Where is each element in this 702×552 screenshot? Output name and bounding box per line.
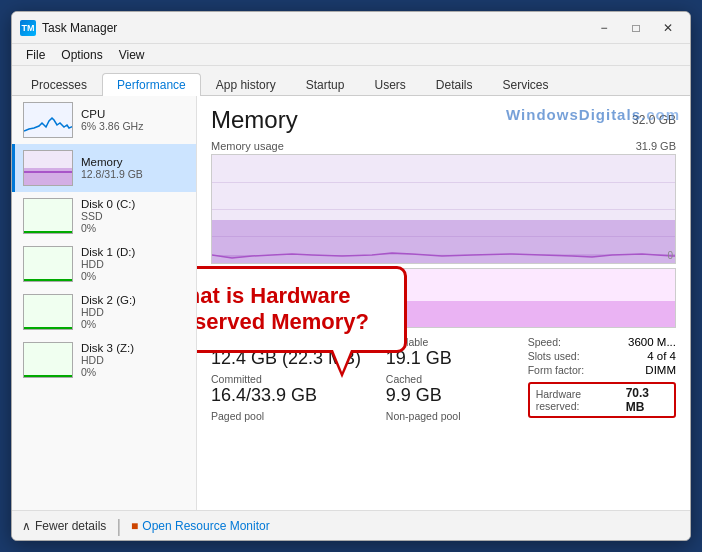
panel-title-row: Memory 32.0 GB <box>211 106 676 134</box>
cpu-thumbnail <box>23 102 73 138</box>
memory-usage-chart: 0 <box>211 154 676 264</box>
hardware-reserved-box: Hardware reserved: 70.3 MB <box>528 382 676 418</box>
sidebar-item-disk0[interactable]: Disk 0 (C:) SSD 0% <box>12 192 196 240</box>
callout-arrow-inner <box>333 350 351 372</box>
task-manager-window: TM Task Manager − □ ✕ File Options View … <box>11 11 691 541</box>
cpu-label: CPU 6% 3.86 GHz <box>81 108 143 132</box>
maximize-button[interactable]: □ <box>622 18 650 38</box>
app-icon: TM <box>20 20 36 36</box>
sidebar-item-cpu[interactable]: CPU 6% 3.86 GHz <box>12 96 196 144</box>
disk2-thumbnail <box>23 294 73 330</box>
sidebar-item-disk2[interactable]: Disk 2 (G:) HDD 0% <box>12 288 196 336</box>
sidebar: CPU 6% 3.86 GHz Memory 12.8/31.9 GB <box>12 96 197 510</box>
disk1-thumbnail <box>23 246 73 282</box>
available-value: 19.1 GB <box>386 348 518 369</box>
hw-reserved-label: Hardware reserved: <box>536 388 622 412</box>
slots-row: Slots used: 4 of 4 <box>528 350 676 362</box>
form-label: Form factor: <box>528 364 585 376</box>
tab-details[interactable]: Details <box>421 73 488 96</box>
main-content: CPU 6% 3.86 GHz Memory 12.8/31.9 GB <box>12 96 690 510</box>
sidebar-item-memory[interactable]: Memory 12.8/31.9 GB <box>12 144 196 192</box>
speed-value: 3600 M... <box>628 336 676 348</box>
open-resource-monitor-button[interactable]: ■ Open Resource Monitor <box>131 519 270 533</box>
chart-label-row: Memory usage 31.9 GB <box>211 140 676 152</box>
stats-center: Available 19.1 GB Cached 9.9 GB Non-page… <box>386 336 518 422</box>
chart-zero: 0 <box>667 250 673 261</box>
disk2-label: Disk 2 (G:) HDD 0% <box>81 294 136 330</box>
bottom-bar: ∧ Fewer details | ■ Open Resource Monito… <box>12 510 690 540</box>
callout-bubble: What is Hardware Reserved Memory? <box>197 266 407 353</box>
committed-stat: Committed 16.4/33.9 GB <box>211 373 376 406</box>
tabs-bar: Processes Performance App history Startu… <box>12 66 690 96</box>
tab-processes[interactable]: Processes <box>16 73 102 96</box>
cached-label: Cached <box>386 373 518 385</box>
panel-total: 32.0 GB <box>632 113 676 127</box>
tab-services[interactable]: Services <box>488 73 564 96</box>
disk3-label: Disk 3 (Z:) HDD 0% <box>81 342 134 378</box>
slots-value: 4 of 4 <box>647 350 676 362</box>
tab-performance[interactable]: Performance <box>102 73 201 96</box>
fewer-details-button[interactable]: ∧ Fewer details <box>22 519 106 533</box>
menu-bar: File Options View <box>12 44 690 66</box>
stats-right: Speed: 3600 M... Slots used: 4 of 4 Form… <box>528 336 676 422</box>
form-value: DIMM <box>645 364 676 376</box>
resource-monitor-label: Open Resource Monitor <box>142 519 269 533</box>
slots-label: Slots used: <box>528 350 580 362</box>
close-button[interactable]: ✕ <box>654 18 682 38</box>
disk0-label: Disk 0 (C:) SSD 0% <box>81 198 135 234</box>
disk3-thumbnail <box>23 342 73 378</box>
separator: | <box>116 517 121 535</box>
disk0-thumbnail <box>23 198 73 234</box>
non-paged-pool-label: Non-paged pool <box>386 410 518 422</box>
memory-thumbnail <box>23 150 73 186</box>
callout-text: What is Hardware Reserved Memory? <box>197 283 388 336</box>
memory-label: Memory 12.8/31.9 GB <box>81 156 143 180</box>
tab-startup[interactable]: Startup <box>291 73 360 96</box>
chevron-up-icon: ∧ <box>22 519 31 533</box>
minimize-button[interactable]: − <box>590 18 618 38</box>
form-row: Form factor: DIMM <box>528 364 676 376</box>
menu-options[interactable]: Options <box>53 46 110 64</box>
hw-reserved-value: 70.3 MB <box>626 386 668 414</box>
menu-view[interactable]: View <box>111 46 153 64</box>
menu-file[interactable]: File <box>18 46 53 64</box>
window-title: Task Manager <box>42 21 590 35</box>
cached-value: 9.9 GB <box>386 385 518 406</box>
tab-users[interactable]: Users <box>359 73 420 96</box>
right-panel: WindowsDigitals.com Memory 32.0 GB Memor… <box>197 96 690 510</box>
sidebar-item-disk3[interactable]: Disk 3 (Z:) HDD 0% <box>12 336 196 384</box>
speed-label: Speed: <box>528 336 561 348</box>
resource-monitor-icon: ■ <box>131 519 138 533</box>
paged-pool-label: Paged pool <box>211 410 376 422</box>
sidebar-item-disk1[interactable]: Disk 1 (D:) HDD 0% <box>12 240 196 288</box>
disk1-label: Disk 1 (D:) HDD 0% <box>81 246 135 282</box>
speed-row: Speed: 3600 M... <box>528 336 676 348</box>
panel-title: Memory <box>211 106 298 134</box>
fewer-details-label: Fewer details <box>35 519 106 533</box>
chart-label: Memory usage <box>211 140 284 152</box>
cached-stat: Cached 9.9 GB <box>386 373 518 406</box>
window-controls: − □ ✕ <box>590 18 682 38</box>
committed-value: 16.4/33.9 GB <box>211 385 376 406</box>
tab-app-history[interactable]: App history <box>201 73 291 96</box>
chart-max-label: 31.9 GB <box>636 140 676 152</box>
title-bar: TM Task Manager − □ ✕ <box>12 12 690 44</box>
